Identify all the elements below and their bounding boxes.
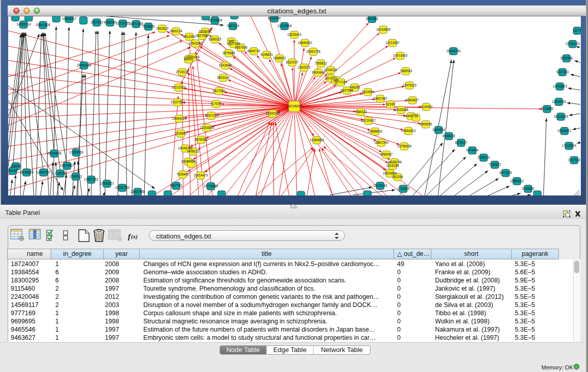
svg-text:1498222: 1498222 — [187, 149, 200, 153]
svg-text:8322037: 8322037 — [286, 60, 299, 64]
svg-text:7663822: 7663822 — [156, 27, 169, 30]
svg-text:9227343: 9227343 — [556, 70, 569, 74]
svg-text:8990448: 8990448 — [312, 71, 325, 74]
svg-text:7955812: 7955812 — [315, 61, 328, 65]
svg-text:11156829: 11156829 — [19, 170, 34, 174]
svg-text:10807487: 10807487 — [373, 97, 388, 100]
svg-text:8678332: 8678332 — [195, 138, 208, 141]
svg-text:3624554: 3624554 — [362, 90, 375, 94]
svg-text:9777169: 9777169 — [335, 80, 347, 84]
svg-text:16154808: 16154808 — [376, 28, 391, 31]
svg-text:98901: 98901 — [184, 57, 193, 61]
svg-text:1733426: 1733426 — [397, 187, 410, 190]
svg-text:5226058: 5226058 — [199, 30, 212, 33]
svg-text:2367608: 2367608 — [235, 46, 248, 49]
svg-text:9474444: 9474444 — [466, 148, 479, 152]
svg-text:19654925: 19654925 — [172, 117, 187, 120]
svg-text:19975857: 19975857 — [60, 164, 75, 167]
svg-text:16120746: 16120746 — [387, 160, 402, 164]
svg-text:16210643: 16210643 — [554, 115, 569, 118]
svg-text:9115460: 9115460 — [420, 105, 433, 108]
svg-text:8454749: 8454749 — [248, 49, 260, 53]
svg-text:9463627: 9463627 — [406, 98, 419, 102]
svg-text:19218506: 19218506 — [277, 24, 292, 28]
svg-text:6879197: 6879197 — [455, 141, 468, 144]
svg-text:1527602: 1527602 — [91, 20, 103, 24]
svg-text:7625402: 7625402 — [177, 172, 189, 176]
svg-text:18524851: 18524851 — [383, 171, 398, 175]
svg-text:2718176: 2718176 — [176, 70, 189, 74]
svg-text:10973493: 10973493 — [393, 54, 408, 57]
svg-text:7485063: 7485063 — [400, 69, 412, 73]
svg-text:10654112: 10654112 — [510, 179, 524, 183]
svg-text:10958157: 10958157 — [100, 182, 115, 185]
svg-text:7986322: 7986322 — [355, 110, 367, 114]
svg-text:6466160: 6466160 — [104, 20, 117, 24]
svg-text:17359924: 17359924 — [69, 150, 84, 154]
svg-text:7515526: 7515526 — [142, 25, 155, 28]
svg-text:16671355: 16671355 — [129, 22, 144, 26]
svg-text:19654923: 19654923 — [401, 129, 416, 133]
svg-text:3875685: 3875685 — [223, 51, 235, 55]
svg-text:15720407: 15720407 — [361, 119, 376, 122]
svg-text:10025488: 10025488 — [394, 108, 409, 112]
svg-text:1588520: 1588520 — [273, 56, 286, 60]
svg-text:10107553: 10107553 — [170, 100, 185, 104]
svg-text:8267150: 8267150 — [205, 114, 218, 117]
svg-text:8912954: 8912954 — [183, 35, 196, 38]
svg-text:11353594: 11353594 — [200, 126, 214, 129]
svg-text:15692971: 15692971 — [557, 129, 572, 133]
svg-text:16782759: 16782759 — [115, 186, 130, 189]
svg-text:12342737: 12342737 — [36, 170, 51, 174]
svg-text:9329966: 9329966 — [560, 56, 573, 60]
svg-text:20206536: 20206536 — [47, 151, 62, 155]
svg-text:1145194: 1145194 — [54, 171, 67, 175]
svg-text:16914479: 16914479 — [193, 173, 208, 177]
svg-text:10688609: 10688609 — [368, 129, 383, 133]
svg-text:14099489: 14099489 — [181, 160, 196, 163]
svg-text:39159: 39159 — [8, 169, 17, 172]
svg-text:14055714: 14055714 — [16, 23, 31, 26]
svg-text:7857224: 7857224 — [227, 24, 239, 28]
svg-text:8215955: 8215955 — [541, 107, 554, 111]
svg-text:9827503: 9827503 — [196, 34, 209, 37]
svg-text:8813054: 8813054 — [268, 16, 281, 20]
svg-text:29053346: 29053346 — [77, 63, 92, 67]
svg-text:9657791: 9657791 — [170, 184, 183, 187]
svg-text:(x): (x) — [131, 233, 138, 240]
svg-text:17016504: 17016504 — [562, 144, 577, 147]
svg-text:11525419: 11525419 — [287, 33, 301, 36]
svg-text:16495758: 16495758 — [404, 114, 419, 118]
svg-text:16961758: 16961758 — [306, 50, 321, 53]
svg-text:20691406: 20691406 — [36, 23, 51, 27]
svg-text:2935114: 2935114 — [477, 156, 490, 159]
svg-text:18807249: 18807249 — [374, 141, 389, 144]
svg-text:9327505: 9327505 — [228, 42, 241, 46]
svg-text:1362615: 1362615 — [298, 65, 311, 69]
svg-text:9245652: 9245652 — [522, 187, 535, 190]
svg-text:2803144: 2803144 — [217, 76, 230, 79]
svg-text:16648784: 16648784 — [446, 49, 461, 53]
svg-text:12975115: 12975115 — [402, 83, 417, 87]
svg-text:18724007: 18724007 — [287, 104, 302, 108]
svg-text:12444154: 12444154 — [552, 100, 567, 103]
svg-text:12093823: 12093823 — [553, 84, 568, 88]
svg-text:1167533: 1167533 — [568, 158, 581, 162]
svg-text:12213309: 12213309 — [171, 85, 186, 89]
svg-text:62160: 62160 — [386, 102, 395, 106]
svg-text:16033809: 16033809 — [208, 18, 223, 22]
svg-text:15751074: 15751074 — [565, 42, 580, 46]
svg-text:9084067: 9084067 — [380, 152, 393, 156]
svg-text:8938928: 8938928 — [443, 134, 455, 138]
svg-text:19756928: 19756928 — [397, 144, 412, 148]
svg-text:252254: 252254 — [392, 175, 403, 179]
svg-text:10543382: 10543382 — [188, 41, 203, 45]
svg-text:19384554: 19384554 — [310, 138, 324, 142]
svg-text:9242848: 9242848 — [219, 63, 232, 67]
svg-text:1290513: 1290513 — [70, 174, 82, 178]
svg-text:12923448: 12923448 — [130, 190, 145, 193]
svg-text:15716485: 15716485 — [204, 184, 219, 188]
svg-text:18640910: 18640910 — [298, 41, 313, 45]
svg-text:11172: 11172 — [573, 29, 581, 32]
svg-text:9146821: 9146821 — [260, 53, 273, 56]
